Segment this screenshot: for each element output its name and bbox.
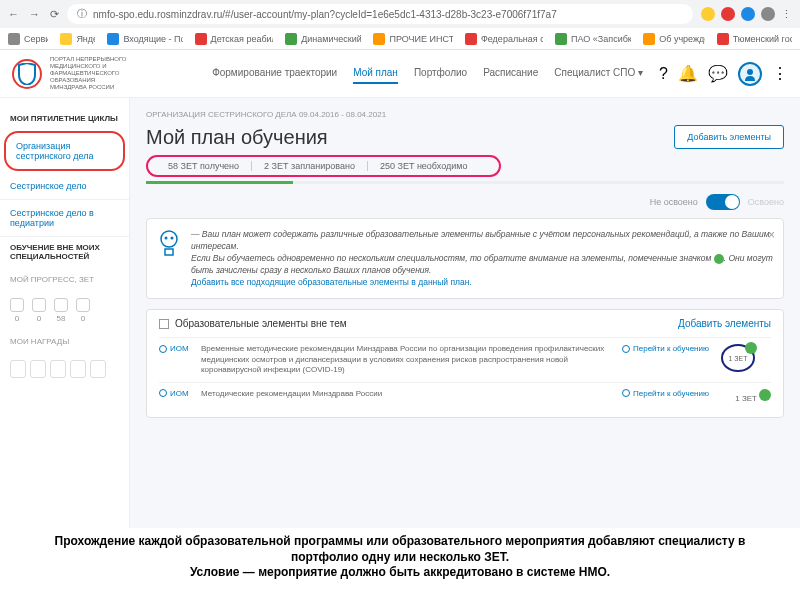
gift-icon <box>10 298 24 312</box>
go-to-learning-link[interactable]: Перейти к обучению <box>622 389 709 398</box>
nav-my-plan[interactable]: Мой план <box>353 63 398 84</box>
content-area: ОРГАНИЗАЦИЯ СЕСТРИНСКОГО ДЕЛА 09.04.2016… <box>130 98 800 528</box>
elements-panel: Образовательные элементы вне тем Добавит… <box>146 309 784 417</box>
zet-required: 250 ЗЕТ необходимо <box>380 161 479 171</box>
zet-planned: 2 ЗЕТ запланировано <box>264 161 368 171</box>
zet-stats: 58 ЗЕТ получено 2 ЗЕТ запланировано 250 … <box>146 155 501 177</box>
element-description: Временные методические рекомендации Минз… <box>201 344 610 375</box>
shield-icon <box>17 63 37 85</box>
portal-header: ПОРТАЛ НЕПРЕРЫВНОГО МЕДИЦИНСКОГО И ФАРМА… <box>0 50 800 98</box>
zet-value: 1 ЗЕТ <box>735 394 757 403</box>
element-row: ИОМ Методические рекомендации Минздрава … <box>159 382 771 409</box>
add-elements-button[interactable]: Добавить элементы <box>674 125 784 149</box>
svg-point-3 <box>171 237 174 240</box>
element-description: Методические рекомендации Минздрава Росс… <box>201 389 610 399</box>
progress-bar <box>146 181 784 184</box>
sidebar-item-nursing[interactable]: Сестринское дело <box>0 173 129 200</box>
user-avatar[interactable] <box>738 62 762 86</box>
add-all-link[interactable]: Добавить все подходящие образовательные … <box>191 277 773 289</box>
mic-icon <box>76 298 90 312</box>
person-icon <box>743 67 757 81</box>
bell-icon[interactable]: 🔔 <box>678 64 698 83</box>
robot-icon <box>157 229 181 257</box>
sidebar-item-org-nursing[interactable]: Организация сестринского дела <box>4 131 125 171</box>
awards-row <box>0 354 129 384</box>
bookmark-item[interactable]: Динамический тре... <box>285 33 361 45</box>
close-icon[interactable]: × <box>768 227 775 244</box>
collapse-icon[interactable] <box>159 319 169 329</box>
bookmark-item[interactable]: Тюменский госуда... <box>717 33 792 45</box>
info-box: — Ваш план может содержать различные обр… <box>146 218 784 299</box>
elements-title: Образовательные элементы вне тем <box>175 318 347 329</box>
portal-logo[interactable] <box>12 59 42 89</box>
svg-point-2 <box>165 237 168 240</box>
url-text: nmfo-spo.edu.rosminzdrav.ru/#/user-accou… <box>93 9 557 20</box>
sidebar-heading-outside: ОБУЧЕНИЕ ВНЕ МОИХ СПЕЦИАЛЬНОСТЕЙ <box>0 237 129 267</box>
url-bar[interactable]: ⓘ nmfo-spo.edu.rosminzdrav.ru/#/user-acc… <box>67 4 693 24</box>
bookmark-item[interactable]: ПАО «Запсибкомб... <box>555 33 631 45</box>
chat-icon[interactable]: 💬 <box>708 64 728 83</box>
progress-icons: 0 0 58 0 <box>0 292 129 329</box>
menu-icon[interactable]: ⋮ <box>781 8 792 21</box>
zet-value: 1 ЗЕТ <box>721 344 755 372</box>
bookmark-item[interactable]: Сервисы <box>8 33 48 45</box>
ext-icon[interactable] <box>721 7 735 21</box>
bookmark-item[interactable]: Федеральная служ... <box>465 33 543 45</box>
element-tag: ИОМ <box>159 344 189 353</box>
bookmark-item[interactable]: ПРОЧИЕ ИНСТРУК... <box>373 33 453 45</box>
award-icon <box>10 360 26 378</box>
green-badge-icon <box>745 342 757 354</box>
nav-specialist[interactable]: Специалист СПО ▾ <box>554 63 643 84</box>
book-icon <box>32 298 46 312</box>
ext-icon[interactable] <box>741 7 755 21</box>
sidebar-progress-label: МОЙ ПРОГРЕСС, ЗЕТ <box>0 267 129 292</box>
nav-schedule[interactable]: Расписание <box>483 63 538 84</box>
org-date-line: ОРГАНИЗАЦИЯ СЕСТРИНСКОГО ДЕЛА 09.04.2016… <box>146 110 784 119</box>
bookmarks-bar: Сервисы Яндекс Входящие - Почта... Детск… <box>0 28 800 50</box>
bookmark-item[interactable]: Об учреждении <box>643 33 704 45</box>
portal-title: ПОРТАЛ НЕПРЕРЫВНОГО МЕДИЦИНСКОГО И ФАРМА… <box>50 56 130 92</box>
svg-rect-4 <box>165 249 173 255</box>
bookmark-item[interactable]: Входящие - Почта... <box>107 33 182 45</box>
sidebar: МОИ ПЯТИЛЕТНИЕ ЦИКЛЫ Организация сестрин… <box>0 98 130 528</box>
back-icon[interactable]: ← <box>8 8 19 21</box>
element-tag: ИОМ <box>159 389 189 398</box>
green-badge-icon <box>759 389 771 401</box>
award-icon <box>70 360 86 378</box>
zet-received: 58 ЗЕТ получено <box>168 161 252 171</box>
page-title: Мой план обучения <box>146 126 328 149</box>
add-elements-link[interactable]: Добавить элементы <box>678 318 771 329</box>
play-icon <box>622 345 630 353</box>
monitor-icon <box>54 298 68 312</box>
toggle-label-left: Не освоено <box>650 197 698 207</box>
play-icon <box>622 389 630 397</box>
radio-icon[interactable] <box>159 345 167 353</box>
go-to-learning-link[interactable]: Перейти к обучению <box>622 344 709 353</box>
award-icon <box>50 360 66 378</box>
ext-icon[interactable] <box>701 7 715 21</box>
svg-point-0 <box>747 69 753 75</box>
green-badge-icon <box>714 254 724 264</box>
nav-portfolio[interactable]: Портфолио <box>414 63 467 84</box>
sidebar-awards-label: МОИ НАГРАДЫ <box>0 329 129 354</box>
nav-trajectory[interactable]: Формирование траектории <box>212 63 337 84</box>
sidebar-item-pediatric-nursing[interactable]: Сестринское дело в педиатрии <box>0 200 129 237</box>
lock-icon: ⓘ <box>77 7 87 21</box>
toggle-label-right: Освоено <box>748 197 784 207</box>
sidebar-heading-cycles: МОИ ПЯТИЛЕТНИЕ ЦИКЛЫ <box>0 108 129 129</box>
profile-icon[interactable] <box>761 7 775 21</box>
help-icon[interactable]: ? <box>659 65 668 83</box>
award-icon <box>30 360 46 378</box>
bookmark-item[interactable]: Яндекс <box>60 33 95 45</box>
mastered-toggle[interactable] <box>706 194 740 210</box>
top-nav: Формирование траектории Мой план Портфол… <box>212 63 643 84</box>
radio-icon[interactable] <box>159 389 167 397</box>
forward-icon[interactable]: → <box>29 8 40 21</box>
slide-caption: Прохождение каждой образовательной прогр… <box>0 528 800 587</box>
element-row: ИОМ Временные методические рекомендации … <box>159 337 771 381</box>
svg-point-1 <box>161 231 177 247</box>
reload-icon[interactable]: ⟳ <box>50 8 59 21</box>
award-icon <box>90 360 106 378</box>
menu-dots-icon[interactable]: ⋮ <box>772 64 788 83</box>
bookmark-item[interactable]: Детская реабилита... <box>195 33 274 45</box>
